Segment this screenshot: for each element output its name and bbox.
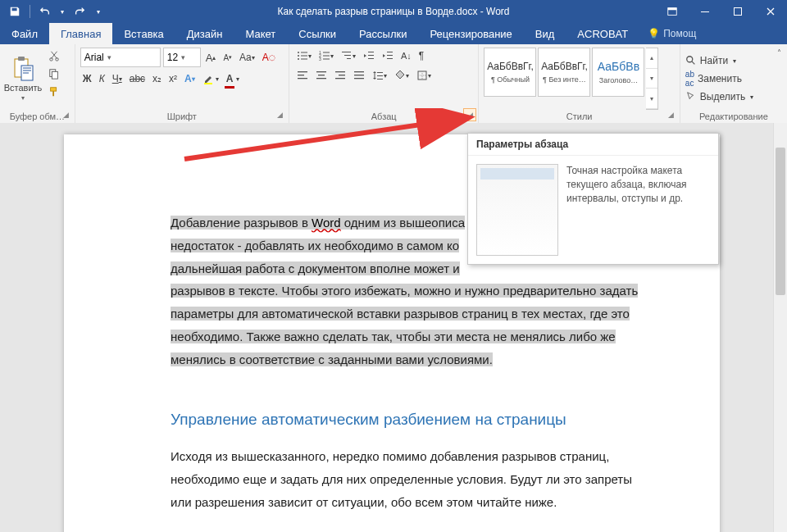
font-launcher-icon[interactable]: ◢ xyxy=(274,108,287,121)
group-editing-label: Редактирование xyxy=(685,110,782,121)
highlight-icon[interactable]: ▾ xyxy=(200,70,221,87)
style-heading1[interactable]: АаБбВв Заголово… xyxy=(592,48,644,97)
replace-button[interactable]: abac Заменить xyxy=(685,70,782,87)
tab-insert[interactable]: Вставка xyxy=(112,23,175,44)
sort-icon[interactable]: A↓ xyxy=(398,48,414,64)
tab-home[interactable]: Главная xyxy=(49,23,112,44)
svg-rect-34 xyxy=(387,58,393,59)
tab-design[interactable]: Дизайн xyxy=(175,23,234,44)
strike-button[interactable]: abc xyxy=(127,70,148,87)
svg-rect-31 xyxy=(368,58,374,59)
paste-button[interactable]: Вставить ▾ xyxy=(5,48,41,110)
select-button[interactable]: Выделить▾ xyxy=(685,89,782,105)
svg-rect-33 xyxy=(387,55,393,56)
align-right-icon[interactable] xyxy=(332,67,348,84)
tab-acrobat[interactable]: ACROBAT xyxy=(566,23,639,44)
shrink-font-icon[interactable]: A▾ xyxy=(221,49,234,66)
styles-launcher-icon[interactable]: ◢ xyxy=(665,108,678,121)
svg-rect-32 xyxy=(387,52,393,52)
clipboard-launcher-icon[interactable]: ◢ xyxy=(60,108,73,121)
svg-rect-3 xyxy=(735,8,742,16)
tab-layout[interactable]: Макет xyxy=(234,23,287,44)
shading-icon[interactable]: ▾ xyxy=(392,67,412,84)
svg-rect-17 xyxy=(301,56,307,57)
find-button[interactable]: Найти▾ xyxy=(685,52,782,69)
show-marks-icon[interactable]: ¶ xyxy=(416,48,426,64)
tab-mailings[interactable]: Рассылки xyxy=(348,23,418,44)
vertical-scrollbar[interactable] xyxy=(773,123,787,532)
increase-indent-icon[interactable] xyxy=(380,48,396,64)
tooltip-title: Параметры абзаца xyxy=(468,134,718,156)
tab-view[interactable]: Вид xyxy=(524,23,566,44)
tell-me-label: Помощ xyxy=(663,28,696,39)
scrollbar-thumb[interactable] xyxy=(776,148,785,295)
tell-me[interactable]: 💡 Помощ xyxy=(639,23,704,44)
bullets-icon[interactable]: ▾ xyxy=(294,48,314,64)
style-no-spacing[interactable]: АаБбВвГг, ¶ Без инте… xyxy=(538,48,590,97)
svg-rect-19 xyxy=(301,59,307,60)
undo-icon[interactable] xyxy=(35,2,55,21)
heading-2: Управление автоматическим разбиением на … xyxy=(171,405,658,434)
quick-access-toolbar: ▾ ▾ xyxy=(0,2,104,21)
svg-rect-49 xyxy=(377,75,383,76)
qat-customize-icon[interactable]: ▾ xyxy=(93,2,104,21)
redo-icon[interactable] xyxy=(70,2,89,21)
style-normal[interactable]: АаБбВвГг, ¶ Обычный xyxy=(484,48,536,97)
justify-icon[interactable] xyxy=(351,67,367,84)
group-clipboard: Вставить ▾ Буфер обм… ◢ xyxy=(0,44,75,123)
font-color-icon[interactable]: A▾ xyxy=(224,70,243,87)
title-bar: ▾ ▾ Как сделать разрыв страницы в Ворде.… xyxy=(0,0,787,23)
line-spacing-icon[interactable]: ▾ xyxy=(370,67,389,84)
svg-point-54 xyxy=(687,57,693,62)
minimize-icon[interactable] xyxy=(689,0,721,23)
svg-rect-37 xyxy=(298,78,307,79)
align-left-icon[interactable] xyxy=(294,67,311,84)
svg-rect-1 xyxy=(668,8,677,11)
copy-icon[interactable] xyxy=(46,66,62,82)
borders-icon[interactable]: ▾ xyxy=(414,67,434,84)
svg-text:3: 3 xyxy=(319,57,321,61)
paragraph-tooltip: Параметры абзаца Точная настройка макета… xyxy=(467,133,719,265)
change-case-icon[interactable]: Aa▾ xyxy=(237,49,257,66)
font-name-combo[interactable]: Arial▾ xyxy=(80,48,161,67)
svg-rect-48 xyxy=(377,72,383,73)
tab-references[interactable]: Ссылки xyxy=(287,23,348,44)
clear-format-icon[interactable]: A◌ xyxy=(260,49,278,66)
underline-button[interactable]: Ч▾ xyxy=(110,70,125,87)
maximize-icon[interactable] xyxy=(721,0,754,23)
svg-rect-39 xyxy=(318,75,325,75)
italic-button[interactable]: К xyxy=(97,70,107,87)
grow-font-icon[interactable]: A▴ xyxy=(203,49,219,66)
collapse-ribbon-icon[interactable]: ˄ xyxy=(772,46,785,59)
ribbon-tabs: Файл Главная Вставка Дизайн Макет Ссылки… xyxy=(0,23,787,44)
save-icon[interactable] xyxy=(5,2,25,21)
svg-rect-23 xyxy=(323,56,330,57)
subscript-button[interactable]: x₂ xyxy=(150,70,164,87)
svg-rect-30 xyxy=(368,55,374,56)
svg-rect-38 xyxy=(316,71,326,72)
undo-dropdown-icon[interactable]: ▾ xyxy=(58,2,66,21)
paragraph-launcher-icon[interactable]: ◢ xyxy=(463,108,476,121)
close-icon[interactable] xyxy=(754,0,787,23)
decrease-indent-icon[interactable] xyxy=(361,48,377,64)
format-painter-icon[interactable] xyxy=(46,84,62,100)
tab-file[interactable]: Файл xyxy=(0,23,49,44)
group-styles-label: Стили xyxy=(484,110,674,121)
style-gallery-more[interactable]: ▴▾▾ xyxy=(646,48,658,110)
svg-rect-11 xyxy=(51,88,57,91)
cut-icon[interactable] xyxy=(46,48,62,64)
tooltip-thumbnail xyxy=(476,164,558,256)
bold-button[interactable]: Ж xyxy=(80,70,94,87)
svg-point-16 xyxy=(298,55,299,57)
text-effects-icon[interactable]: A▾ xyxy=(182,70,198,87)
numbering-icon[interactable]: 123▾ xyxy=(316,48,336,64)
align-center-icon[interactable] xyxy=(313,67,330,84)
font-size-combo[interactable]: 12▾ xyxy=(163,48,201,67)
multilevel-icon[interactable]: ▾ xyxy=(339,48,358,64)
ribbon-options-icon[interactable] xyxy=(656,0,689,23)
superscript-button[interactable]: x² xyxy=(166,70,180,87)
svg-rect-41 xyxy=(335,71,345,72)
tab-review[interactable]: Рецензирование xyxy=(418,23,523,44)
svg-rect-26 xyxy=(342,52,351,52)
svg-rect-46 xyxy=(354,78,364,79)
